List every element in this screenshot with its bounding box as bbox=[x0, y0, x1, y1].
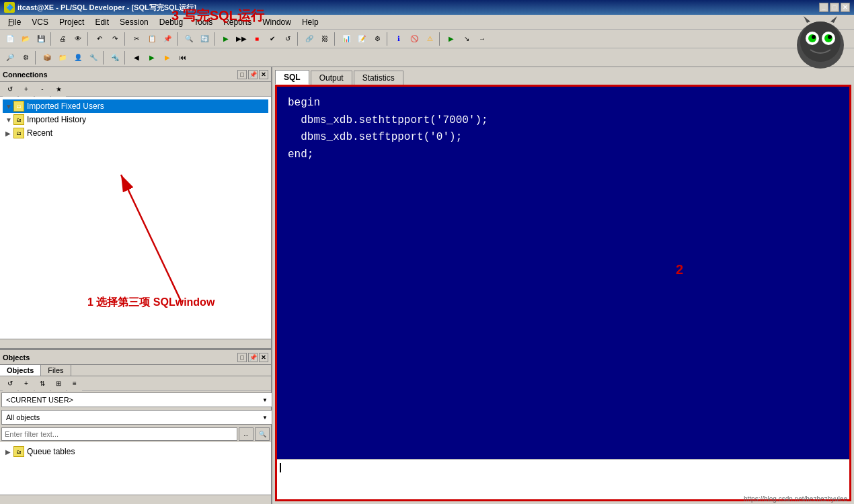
tb-disconnect[interactable]: ⛓ bbox=[317, 32, 332, 46]
connections-pin-btn[interactable]: 📌 bbox=[248, 70, 258, 79]
connections-controls[interactable]: □ 📌 ✕ bbox=[237, 70, 268, 79]
sql-cursor bbox=[280, 463, 281, 472]
obj-group[interactable]: ⊞ bbox=[51, 376, 66, 391]
tb-arrow-right2[interactable]: ▶ bbox=[160, 50, 175, 65]
tb-compile[interactable]: ⚙ bbox=[370, 32, 385, 46]
tb-obj4[interactable]: 🔧 bbox=[86, 50, 101, 65]
menu-vcs[interactable]: VCS bbox=[26, 15, 54, 29]
conn-refresh[interactable]: ↺ bbox=[3, 82, 17, 97]
tb-redo[interactable]: ↷ bbox=[108, 32, 122, 46]
tb-sep12 bbox=[124, 51, 127, 65]
tree-item-imported-history[interactable]: ▼ 🗂 Imported History bbox=[3, 113, 268, 126]
tb-step-over[interactable]: → bbox=[475, 32, 490, 46]
tb-commit[interactable]: ✔ bbox=[265, 32, 280, 46]
tb-search[interactable]: 🔍 bbox=[182, 32, 196, 46]
tb-step-in[interactable]: ↘ bbox=[459, 32, 474, 46]
filter-input[interactable] bbox=[1, 427, 237, 441]
monster-logo bbox=[793, 15, 847, 69]
tab-sql[interactable]: SQL bbox=[275, 70, 309, 85]
tb-paste[interactable]: 📌 bbox=[160, 32, 175, 46]
sql-input-area[interactable] bbox=[277, 459, 849, 499]
tb-rollback[interactable]: ↺ bbox=[280, 32, 295, 46]
tb-print[interactable]: 🖨 bbox=[55, 32, 70, 46]
tb-stop[interactable]: ■ bbox=[249, 32, 264, 46]
tb-debug-run[interactable]: ▶ bbox=[444, 32, 459, 46]
tb-obj2[interactable]: 📁 bbox=[55, 50, 70, 65]
window-controls[interactable]: _ □ ✕ bbox=[819, 3, 850, 12]
tb-undo[interactable]: ↶ bbox=[92, 32, 107, 46]
objects-restore-btn[interactable]: □ bbox=[237, 353, 247, 362]
tb-preview[interactable]: 👁 bbox=[71, 32, 85, 46]
tb-obj1[interactable]: 📦 bbox=[40, 50, 54, 65]
maximize-button[interactable]: □ bbox=[830, 3, 839, 12]
tb-explain[interactable]: 📊 bbox=[339, 32, 354, 46]
tb-err[interactable]: 🚫 bbox=[407, 32, 422, 46]
tb-arrow-left[interactable]: ◀ bbox=[129, 50, 144, 65]
objects-tabs: Objects Files bbox=[0, 365, 271, 376]
obj-add[interactable]: + bbox=[19, 376, 34, 391]
filter-dots-btn[interactable]: ... bbox=[239, 427, 254, 441]
tree-label-3: Recent bbox=[27, 128, 52, 138]
tb-run[interactable]: ▶ bbox=[219, 32, 233, 46]
objects-close-btn[interactable]: ✕ bbox=[259, 353, 268, 362]
tree-arrow-1: ▼ bbox=[5, 103, 13, 110]
current-user-dropdown[interactable]: <CURRENT USER> ▼ bbox=[1, 392, 272, 407]
menu-session[interactable]: Session bbox=[114, 15, 154, 29]
obj-sort[interactable]: ⇅ bbox=[35, 376, 50, 391]
menu-help[interactable]: Help bbox=[297, 15, 324, 29]
menu-project[interactable]: Project bbox=[54, 15, 89, 29]
objects-scrollbar[interactable] bbox=[0, 495, 271, 504]
tb-sep4 bbox=[177, 32, 180, 46]
connections-restore-btn[interactable]: □ bbox=[237, 70, 247, 79]
tab-output[interactable]: Output bbox=[311, 71, 352, 85]
tb-replace[interactable]: 🔄 bbox=[197, 32, 212, 46]
right-panel: SQL Output Statistics begin dbms_xdb.set… bbox=[272, 67, 854, 504]
tb-warn[interactable]: ⚠ bbox=[422, 32, 437, 46]
conn-remove[interactable]: - bbox=[35, 82, 50, 97]
tb-describe[interactable]: 📝 bbox=[354, 32, 369, 46]
tb-arrow-home[interactable]: ⏮ bbox=[176, 50, 190, 65]
connections-scrollbar[interactable] bbox=[0, 339, 271, 348]
tb-info[interactable]: ℹ bbox=[391, 32, 406, 46]
tb-copy[interactable]: 📋 bbox=[145, 32, 159, 46]
all-objects-dropdown[interactable]: All objects ▼ bbox=[1, 410, 272, 425]
close-button[interactable]: ✕ bbox=[841, 3, 850, 12]
objects-controls[interactable]: □ 📌 ✕ bbox=[237, 353, 268, 362]
tb-new[interactable]: 📄 bbox=[3, 32, 17, 46]
tb-cut[interactable]: ✂ bbox=[129, 32, 144, 46]
filter-search-btn[interactable]: 🔍 bbox=[255, 427, 270, 441]
obj-refresh[interactable]: ↺ bbox=[3, 376, 17, 391]
tab-objects[interactable]: Objects bbox=[0, 365, 41, 376]
menu-edit[interactable]: Edit bbox=[89, 15, 114, 29]
tb-wrench[interactable]: 🔩 bbox=[108, 50, 122, 65]
tree-item-queue-tables[interactable]: ▶ 🗂 Queue tables bbox=[3, 445, 268, 458]
connections-title: Connections bbox=[3, 71, 48, 79]
tb-zoom[interactable]: 🔎 bbox=[3, 50, 17, 65]
tb-open[interactable]: 📂 bbox=[18, 32, 33, 46]
obj-more[interactable]: ≡ bbox=[67, 376, 82, 391]
tab-statistics[interactable]: Statistics bbox=[354, 71, 403, 85]
main-layout: Connections □ 📌 ✕ ↺ + - ★ ▼ 🗂 Imported F… bbox=[0, 67, 854, 504]
tb-obj3[interactable]: 👤 bbox=[71, 50, 85, 65]
tree-item-imported-fixed[interactable]: ▼ 🗂 Imported Fixed Users bbox=[3, 99, 268, 113]
tb-connect[interactable]: 🔗 bbox=[302, 32, 317, 46]
tab-files[interactable]: Files bbox=[41, 365, 71, 376]
tb-arrow-right[interactable]: ▶ bbox=[145, 50, 159, 65]
objects-pin-btn[interactable]: 📌 bbox=[248, 353, 258, 362]
menu-file[interactable]: File bbox=[3, 15, 26, 29]
minimize-button[interactable]: _ bbox=[819, 3, 828, 12]
app-icon: 🔷 bbox=[4, 2, 15, 13]
tree-item-recent[interactable]: ▶ 🗂 Recent bbox=[3, 126, 268, 140]
tb-run2[interactable]: ▶▶ bbox=[234, 32, 249, 46]
tb-sep2 bbox=[87, 32, 90, 46]
connections-close-btn[interactable]: ✕ bbox=[259, 70, 268, 79]
all-objects-label: All objects bbox=[6, 413, 40, 421]
url-bar: https://blog.csdn.net/hezhezhyulee bbox=[744, 495, 847, 503]
conn-add[interactable]: + bbox=[19, 82, 34, 97]
tb-save[interactable]: 💾 bbox=[34, 32, 48, 46]
sql-editor[interactable]: begin dbms_xdb.sethttpport('7000'); dbms… bbox=[277, 87, 849, 459]
tree-arrow-q: ▶ bbox=[5, 448, 13, 456]
current-user-label: <CURRENT USER> bbox=[6, 396, 73, 404]
tb-filter[interactable]: ⚙ bbox=[18, 50, 33, 65]
conn-bookmark[interactable]: ★ bbox=[51, 82, 66, 97]
